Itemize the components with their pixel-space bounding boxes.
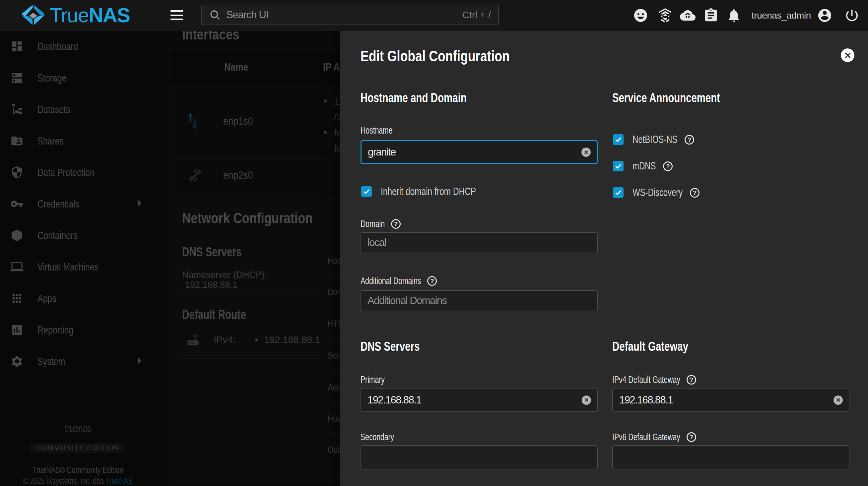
ipv6-gateway-label-text: IPv6 Default Gateway bbox=[612, 432, 680, 443]
service-announcement-heading: Service Announcement bbox=[612, 91, 720, 105]
clear-primary-dns-icon[interactable] bbox=[582, 395, 591, 405]
brand-nas: NAS bbox=[89, 4, 130, 27]
ws-discovery-checkbox-row[interactable]: WS-Discovery ? bbox=[613, 187, 700, 199]
edit-global-configuration-dialog: Edit Global Configuration Hostname and D… bbox=[340, 31, 868, 486]
search-input[interactable] bbox=[226, 9, 457, 21]
brand-true: True bbox=[50, 4, 89, 27]
ws-discovery-label: WS-Discovery bbox=[632, 187, 683, 199]
checkbox-checked-icon bbox=[613, 187, 624, 198]
hostname-input[interactable] bbox=[368, 146, 582, 158]
netbios-help-icon[interactable]: ? bbox=[685, 135, 694, 144]
menu-icon bbox=[170, 10, 183, 12]
secondary-dns-input[interactable] bbox=[368, 452, 591, 463]
bell-icon bbox=[726, 8, 742, 23]
checkbox-checked-icon bbox=[361, 186, 372, 197]
netbios-label: NetBIOS-NS bbox=[632, 134, 677, 145]
ipv4-gateway-help-icon[interactable]: ? bbox=[687, 375, 696, 385]
mdns-label: mDNS bbox=[632, 160, 656, 172]
primary-dns-field bbox=[361, 388, 598, 412]
ipv4-gateway-input[interactable] bbox=[619, 394, 834, 406]
notifications-button[interactable] bbox=[726, 8, 742, 23]
primary-dns-label: Primary bbox=[361, 374, 385, 385]
hostname-label-text: Hostname bbox=[361, 125, 392, 136]
ipv4-gateway-label: IPv4 Default Gateway ? bbox=[612, 374, 696, 385]
clear-ipv4-gateway-icon[interactable] bbox=[834, 395, 843, 405]
search-box: Ctrl + / bbox=[201, 5, 499, 25]
netbios-checkbox-row[interactable]: NetBIOS-NS ? bbox=[613, 134, 694, 145]
ipv4-gateway-label-text: IPv4 Default Gateway bbox=[612, 374, 680, 385]
hostname-field bbox=[361, 140, 598, 164]
brand-text: TrueNAS bbox=[50, 0, 130, 31]
additional-domains-help-icon[interactable]: ? bbox=[427, 276, 437, 286]
ipv4-gateway-field bbox=[612, 388, 849, 412]
close-icon bbox=[844, 52, 851, 59]
domain-label: Domain ? bbox=[361, 219, 401, 229]
clear-hostname-icon[interactable] bbox=[582, 148, 591, 157]
truenas-logo-icon bbox=[21, 5, 45, 27]
inherit-domain-label: Inherit domain from DHCP bbox=[381, 186, 476, 198]
additional-domains-label-text: Additional Domains bbox=[361, 276, 421, 286]
ipv6-gateway-input[interactable] bbox=[619, 452, 843, 463]
power-icon bbox=[844, 8, 860, 23]
dialog-title: Edit Global Configuration bbox=[361, 31, 510, 81]
truenas-stack-button[interactable] bbox=[657, 8, 673, 23]
domain-input[interactable] bbox=[368, 237, 591, 249]
domain-field bbox=[361, 232, 598, 253]
truenas-logo[interactable] bbox=[21, 0, 45, 31]
menu-toggle-button[interactable] bbox=[170, 10, 183, 21]
mdns-checkbox-row[interactable]: mDNS ? bbox=[613, 160, 673, 172]
domain-label-text: Domain bbox=[361, 219, 385, 229]
hostname-label: Hostname bbox=[361, 125, 393, 136]
secondary-label-text: Secondary bbox=[361, 432, 394, 443]
secondary-dns-field bbox=[361, 445, 598, 469]
cloud-icon bbox=[680, 8, 695, 23]
ipv6-gateway-label: IPv6 Default Gateway ? bbox=[612, 432, 696, 443]
mdns-help-icon[interactable]: ? bbox=[663, 161, 673, 171]
search-icon bbox=[209, 9, 221, 21]
checkbox-checked-icon bbox=[613, 161, 624, 171]
ws-discovery-help-icon[interactable]: ? bbox=[690, 188, 700, 198]
topbar: TrueNAS Ctrl + / truenas_admin bbox=[0, 0, 868, 31]
additional-domains-label: Additional Domains ? bbox=[361, 276, 437, 286]
account-circle-icon bbox=[817, 8, 833, 23]
default-gateway-heading: Default Gateway bbox=[612, 339, 688, 354]
inherit-domain-checkbox-row[interactable]: Inherit domain from DHCP bbox=[361, 186, 476, 198]
truecommand-button[interactable] bbox=[680, 8, 695, 23]
primary-label-text: Primary bbox=[361, 374, 385, 385]
additional-domains-input[interactable] bbox=[368, 295, 591, 306]
username-label[interactable]: truenas_admin bbox=[751, 0, 811, 31]
domain-help-icon[interactable]: ? bbox=[391, 219, 401, 229]
dialog-header: Edit Global Configuration bbox=[340, 31, 868, 81]
search-shortcut: Ctrl + / bbox=[462, 10, 491, 21]
ipv6-gateway-field bbox=[612, 445, 849, 469]
dns-servers-heading: DNS Servers bbox=[361, 339, 420, 354]
jobs-button[interactable] bbox=[703, 8, 719, 23]
stack-icon bbox=[657, 8, 673, 23]
checkbox-checked-icon bbox=[613, 134, 624, 145]
close-button[interactable] bbox=[841, 48, 855, 62]
secondary-dns-label: Secondary bbox=[361, 432, 394, 443]
power-button[interactable] bbox=[844, 8, 860, 23]
account-button[interactable] bbox=[817, 8, 833, 23]
ipv6-gateway-help-icon[interactable]: ? bbox=[687, 432, 696, 442]
additional-domains-field bbox=[361, 290, 598, 311]
hostname-domain-heading: Hostname and Domain bbox=[361, 91, 467, 105]
clipboard-icon bbox=[703, 8, 719, 23]
primary-dns-input[interactable] bbox=[368, 394, 582, 406]
feedback-button[interactable] bbox=[633, 8, 648, 23]
smiley-icon bbox=[633, 8, 648, 23]
